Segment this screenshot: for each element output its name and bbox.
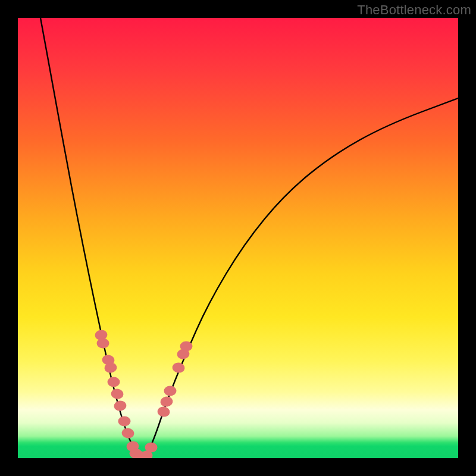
marker-point: [180, 342, 193, 352]
marker-point: [118, 416, 131, 427]
marker-point: [156, 406, 170, 418]
marker-point: [110, 388, 124, 400]
marker-point: [97, 339, 109, 349]
markers-group: [94, 329, 192, 458]
curve-layer: [18, 18, 458, 458]
marker-point: [145, 443, 158, 453]
marker-point: [171, 362, 185, 374]
curve-right-branch: [146, 98, 458, 457]
marker-point: [113, 400, 127, 412]
marker-point: [159, 396, 173, 408]
marker-point: [164, 386, 177, 396]
curves-group: [40, 18, 458, 457]
outer-frame: TheBottleneck.com: [0, 0, 476, 476]
plot-area: [18, 18, 458, 458]
watermark-text: TheBottleneck.com: [357, 2, 471, 18]
curve-left-branch: [40, 18, 140, 457]
marker-point: [121, 427, 134, 439]
marker-point: [108, 377, 120, 387]
